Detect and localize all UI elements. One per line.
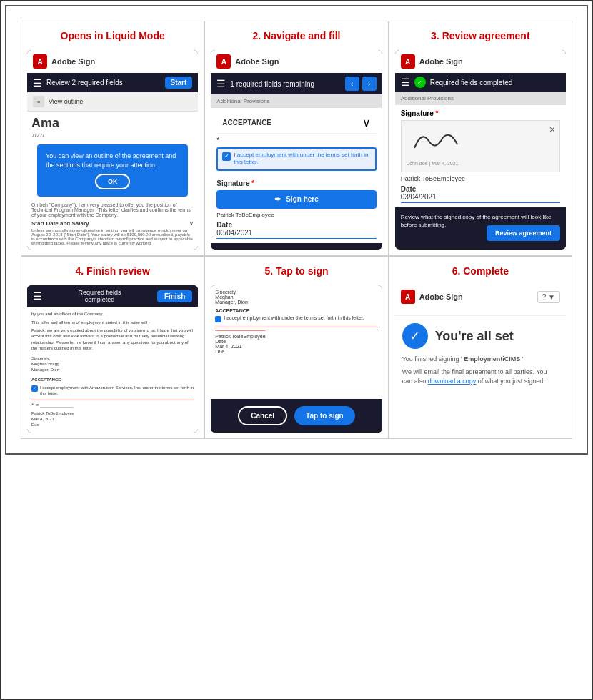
tooltip-overlay-1: You can view an outline of the agreement… xyxy=(37,144,188,197)
step-4-cell: 4. Finish review ☰ Required fields compl… xyxy=(21,256,204,439)
big-check-icon-6: ✓ xyxy=(402,323,428,349)
step-6-number: 6. xyxy=(452,265,464,277)
tap-bottom-5: Cancel Tap to sign xyxy=(211,399,382,433)
hamburger-icon-3[interactable]: ☰ xyxy=(401,77,410,88)
step-1-title: Opens in Liquid Mode xyxy=(27,27,198,46)
required-star-2: * xyxy=(251,179,254,187)
adobe-logo-3: A xyxy=(401,54,415,69)
step-3-title: 3. Review agreement xyxy=(395,27,566,46)
step-5-number: 5. xyxy=(264,265,276,277)
step-4-screen: ☰ Required fields completed Finish by yo… xyxy=(27,285,198,433)
start-button-1[interactable]: Start xyxy=(165,77,193,89)
step-2-number: 2. xyxy=(253,30,264,41)
sig-label-3: Signature * xyxy=(401,109,560,117)
complete-content-6: ✓ You're all set You finished signing ' … xyxy=(395,316,566,397)
manager-title-4: Manager, Dion xyxy=(31,367,194,373)
doc-title-1: Ama xyxy=(31,116,194,131)
sign-icon-2: ✒ xyxy=(274,194,281,204)
date-4: Mar 4, 2021 xyxy=(31,416,194,422)
nav-arrows-2: ‹ › xyxy=(345,77,377,91)
signer-name-5: Patrick ToBeEmployee xyxy=(215,334,377,339)
sig-display-area-3: Signature * John doe | Mar 4, 2021 × Pat… xyxy=(395,105,566,207)
doc-content-1: Ama 7/27/ You can view an outline of the… xyxy=(27,112,198,250)
date-label-5: Date xyxy=(215,339,377,344)
tooltip-text-1: You can view an outline of the agreement… xyxy=(46,152,179,169)
checkbox-text-2: I accept employment with under the terms… xyxy=(234,152,370,167)
manager-4: Meghan Bragg xyxy=(31,361,194,367)
adobe-header-3: A Adobe Sign xyxy=(395,50,566,73)
step-5-screen: Sincerely, Meghan Manager, Dion ACCEPTAN… xyxy=(211,285,382,433)
doc-area-2: Additional Provisions xyxy=(211,94,382,108)
section-title-1: Start Date and Salary xyxy=(31,220,89,227)
date-label-2: Date xyxy=(216,221,376,229)
checkbox-item-2[interactable]: ✓ I accept employment with under the ter… xyxy=(216,147,376,171)
ok-button-1[interactable]: OK xyxy=(95,174,131,189)
step-6-screen: A Adobe Sign ? ▼ ✓ You're all set You fi… xyxy=(395,285,566,433)
step-5-title: 5. Tap to sign xyxy=(211,262,382,281)
sig-line-5: —————————— xyxy=(215,327,377,332)
doc-name-6: EmploymentiCIMS xyxy=(464,355,520,363)
prev-arrow-btn[interactable]: ‹ xyxy=(345,77,359,91)
finish-button-4[interactable]: Finish xyxy=(157,290,192,302)
acceptance-title-2: ACCEPTANCE xyxy=(222,119,271,127)
step-5-cell: 5. Tap to sign Sincerely, Meghan Manager… xyxy=(204,256,388,439)
doc-text1-4: by you and an officer of the Company. xyxy=(31,311,194,317)
finish-doc-4: by you and an officer of the Company. Th… xyxy=(27,307,198,433)
step-4-number: 4. xyxy=(76,265,87,277)
signature-area-2: Signature * ✒ Sign here Patrick ToBeEmpl… xyxy=(211,175,382,243)
sig-label-2: Signature * xyxy=(216,179,376,187)
date-label-3: Date xyxy=(401,185,560,193)
adobe-header-6: A Adobe Sign ? ▼ xyxy=(395,285,566,308)
step-2-screen: A Adobe Sign ☰ 1 required fields remaini… xyxy=(211,50,382,250)
tap-sign-btn-5[interactable]: Tap to sign xyxy=(294,406,355,425)
section-body-1: Unless we mutually agree otherwise in wr… xyxy=(31,228,194,245)
signer-name-4: Patrick ToBeEmployee xyxy=(31,410,194,416)
doc-date-1: 7/27/ xyxy=(31,132,194,139)
checkbox-4: ✓ xyxy=(31,385,38,392)
view-outline-bar-1[interactable]: ≡ View outline xyxy=(27,92,198,112)
success-title-6: You're all set xyxy=(435,329,514,344)
hamburger-icon-1[interactable]: ☰ xyxy=(33,77,42,89)
step-3-cell: 3. Review agreement A Adobe Sign ☰ ✓ Req… xyxy=(389,21,572,256)
close-icon-3[interactable]: × xyxy=(549,124,555,135)
review-agreement-btn-3[interactable]: Review agreement xyxy=(487,225,560,241)
hamburger-icon-4[interactable]: ☰ xyxy=(33,290,42,302)
doc-para-4: Patrick, we are very excited about the p… xyxy=(31,327,194,352)
doc-area-3: Additional Provisions xyxy=(395,92,566,105)
toolbar-2: ☰ 1 required fields remaining ‹ › xyxy=(211,73,382,94)
date-value-3: 03/04/2021 xyxy=(401,193,560,203)
section-header-row-1: Start Date and Salary ∨ xyxy=(31,220,194,227)
asterisk-2: * xyxy=(216,137,376,144)
step-6-cell: 6. Complete A Adobe Sign ? ▼ ✓ You're al… xyxy=(389,256,572,439)
chevron-down-icon-1: ∨ xyxy=(189,220,194,227)
adobe-header-2: A Adobe Sign xyxy=(211,50,382,73)
sig-meta-3: John doe | Mar 4, 2021 xyxy=(407,161,554,166)
acceptance-area-2: ACCEPTANCE ∨ * ✓ I accept employment wit… xyxy=(211,108,382,175)
date-val-5: Mar 4, 2021 xyxy=(215,344,377,349)
sig-display-3: John doe | Mar 4, 2021 × xyxy=(401,120,560,172)
checkbox-checked-2: ✓ xyxy=(222,152,231,161)
sign-here-btn-2[interactable]: ✒ Sign here xyxy=(216,190,376,209)
step-4-title: 4. Finish review xyxy=(27,262,198,281)
acceptance-check-4: I accept employment with Amazon.com Serv… xyxy=(40,385,194,397)
download-link-6[interactable]: download a copy xyxy=(428,378,477,385)
finish-toolbar-text-4: Required fields completed xyxy=(46,289,153,303)
cancel-btn-5[interactable]: Cancel xyxy=(238,406,287,425)
check-row-5: I accept employment with under the terms… xyxy=(215,315,377,322)
step-1-cell: Opens in Liquid Mode A Adobe Sign ☰ Revi… xyxy=(21,21,204,256)
outline-icon-1: ≡ xyxy=(33,96,44,107)
acceptance-5: ACCEPTANCE xyxy=(215,308,377,313)
next-arrow-btn[interactable]: › xyxy=(362,77,377,91)
date-value-2: 03/04/2021 xyxy=(216,229,376,239)
question-btn-6[interactable]: ? ▼ xyxy=(537,291,560,303)
adobe-header-1: A Adobe Sign xyxy=(27,50,198,73)
check-row-4: ✓ I accept employment with Amazon.com Se… xyxy=(31,385,194,397)
sig-line-4: * ✒ ____________ xyxy=(31,400,194,409)
chevron-down-icon-2: ∨ xyxy=(362,116,371,129)
step-3-number: 3. xyxy=(431,30,442,41)
tap-content-5: Sincerely, Meghan Manager, Dion ACCEPTAN… xyxy=(211,285,382,399)
adobe-sign-title-3: Adobe Sign xyxy=(419,57,463,66)
completed-text-3: Required fields completed xyxy=(430,79,513,87)
hamburger-icon-2[interactable]: ☰ xyxy=(216,78,226,89)
view-outline-text: View outline xyxy=(49,98,83,105)
